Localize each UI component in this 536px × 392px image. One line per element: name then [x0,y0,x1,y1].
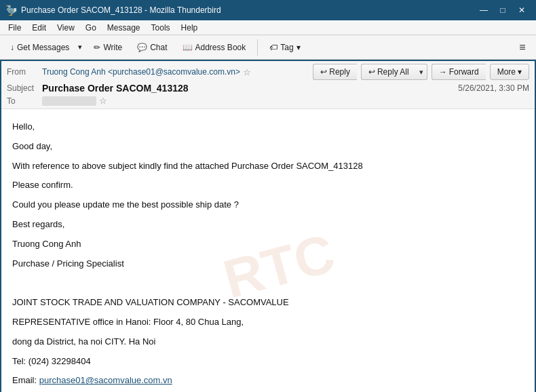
chat-button[interactable]: 💬 Chat [131,39,173,56]
menu-tools[interactable]: Tools [146,22,176,34]
reply-all-dropdown[interactable]: ▾ [416,64,427,80]
window-controls: — □ ✕ [475,3,531,17]
close-button[interactable]: ✕ [513,3,531,17]
email-line-name: Truong Cong Anh [12,237,524,252]
menubar: File Edit View Go Message Tools Help [0,20,536,35]
get-messages-icon: ↓ [10,43,14,52]
get-messages-dropdown[interactable]: ▾ [75,39,85,56]
write-label: Write [103,43,122,52]
reply-icon: ↩ [320,67,327,77]
email-content: Hello, Good day, With reference to above… [12,120,524,392]
from-section: From Truong Cong Anh <purchase01@sacomva… [7,67,313,77]
email-body: RTC Hello, Good day, With reference to a… [1,109,535,392]
main-content: From Truong Cong Anh <purchase01@sacomva… [0,60,536,392]
from-label: From [7,67,39,77]
more-button[interactable]: More ▾ [490,64,529,80]
reply-label: Reply [329,67,350,77]
email-date: 5/26/2021, 3:30 PM [458,83,529,93]
email-address-link[interactable]: purchase01@sacomvalue.com.vn [39,375,172,385]
address-book-button[interactable]: 📖 Address Book [176,39,252,56]
email-line-district: dong da District, ha noi CITY. Ha Noi [12,335,524,349]
email-header: From Truong Cong Anh <purchase01@sacomva… [1,61,535,109]
app-icon: 🦤 [5,5,17,16]
forward-group: → Forward [432,64,486,80]
get-messages-group: ↓ Get Messages ▾ [4,39,85,56]
minimize-button[interactable]: — [475,3,493,17]
email-line-regards: Best regards, [12,218,524,232]
email-line-tel: Tel: (024) 32298404 [12,355,524,369]
to-star-icon[interactable]: ☆ [99,96,107,106]
tag-label: Tag [280,43,293,52]
get-messages-button[interactable]: ↓ Get Messages [4,39,75,56]
chat-icon: 💬 [137,43,147,52]
menu-view[interactable]: View [52,22,80,34]
body-area: RTC Hello, Good day, With reference to a… [1,109,535,392]
menu-help[interactable]: Help [176,22,204,34]
from-value: Truong Cong Anh <purchase01@sacomvalue.c… [42,67,240,77]
tag-button[interactable]: 🏷 Tag ▾ [263,39,306,56]
email-line-reference: With reference to above subject kindly f… [12,159,524,174]
email-prefix: Email: [12,375,39,385]
to-row: To ☆ [7,95,529,106]
menu-message[interactable]: Message [102,22,146,34]
write-icon: ✏ [94,43,100,52]
toolbar-separator [257,39,258,56]
tag-chevron-icon: ▾ [296,43,301,52]
subject-row: Subject Purchase Order SACOM_413128 5/26… [7,81,529,95]
maximize-button[interactable]: □ [494,3,512,17]
reply-group: ↩ Reply [313,64,357,80]
menu-go[interactable]: Go [80,22,102,34]
from-star-icon[interactable]: ☆ [243,67,251,77]
email-line-office: REPRESENTATIVE office in Hanoi: Floor 4,… [12,315,524,330]
chat-label: Chat [150,43,167,52]
to-value [42,96,96,106]
forward-label: Forward [449,67,479,77]
reply-button[interactable]: ↩ Reply [313,64,357,80]
toolbar: ↓ Get Messages ▾ ✏ Write 💬 Chat 📖 Addres… [0,35,536,60]
address-book-icon: 📖 [183,43,193,52]
email-line-confirm: Please confirm. [12,178,524,193]
email-line-email: Email: purchase01@sacomvalue.com.vn [12,374,524,388]
email-line-hello: Hello, [12,120,524,134]
forward-button[interactable]: → Forward [432,64,486,80]
reply-all-icon: ↩ [368,67,375,77]
reply-all-group: ↩ Reply All ▾ [361,64,427,80]
email-line-good-day: Good day, [12,140,524,154]
subject-value: Purchase Order SACOM_413128 [42,81,189,95]
reply-all-label: Reply All [377,67,409,77]
write-button[interactable]: ✏ Write [88,39,128,56]
more-chevron-icon: ▾ [518,67,522,77]
email-line-update: Could you please update me the best poss… [12,198,524,212]
titlebar: 🦤 Purchase Order SACOM_413128 - Mozilla … [0,0,536,20]
menu-edit[interactable]: Edit [26,22,52,34]
action-buttons: ↩ Reply ↩ Reply All ▾ → [313,64,529,80]
to-label: To [7,96,39,106]
email-line-title: Purchase / Pricing Specialist [12,257,524,271]
tag-icon: 🏷 [269,43,277,52]
forward-icon: → [439,67,447,77]
from-field: From Truong Cong Anh <purchase01@sacomva… [7,67,313,77]
menu-file[interactable]: File [3,22,26,34]
window-title: Purchase Order SACOM_413128 - Mozilla Th… [21,5,475,15]
get-messages-label: Get Messages [17,43,69,52]
email-header-top: From Truong Cong Anh <purchase01@sacomva… [7,64,529,80]
address-book-label: Address Book [195,43,246,52]
reply-all-button[interactable]: ↩ Reply All [361,64,416,80]
email-line-company: JOINT STOCK TRADE AND VALUATION COMPANY … [12,296,524,310]
subject-label: Subject [7,83,39,93]
more-label: More [497,67,516,77]
hamburger-button[interactable]: ≡ [513,38,532,57]
email-view: From Truong Cong Anh <purchase01@sacomva… [0,60,536,392]
